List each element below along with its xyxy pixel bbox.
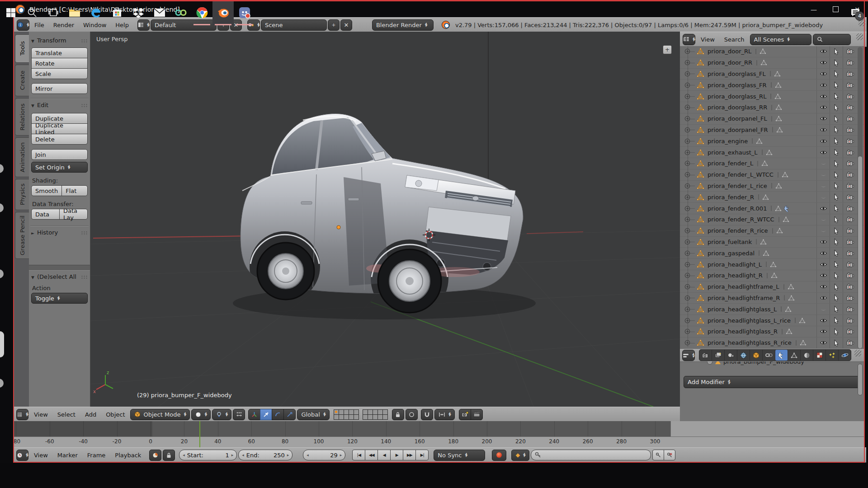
expand-plus-icon[interactable] (684, 262, 691, 267)
current-frame-marker[interactable] (199, 421, 200, 447)
viewport-3d[interactable]: z x User Persp (29) priora_bumper_F_wide… (90, 32, 680, 407)
outliner-row[interactable]: priora_headlight_L (680, 259, 864, 270)
visibility-eye-icon[interactable] (816, 147, 830, 158)
object-name[interactable]: priora_fender_R (708, 194, 754, 201)
outliner-row[interactable]: priora_fueltank (680, 237, 864, 248)
object-name[interactable]: priora_door_RR (708, 59, 752, 66)
viewport-canvas[interactable]: z x (90, 32, 680, 407)
pivot-point-selector[interactable] (212, 409, 231, 420)
manipulator-translate-toggle[interactable] (260, 409, 272, 420)
renderability-camera-icon[interactable] (843, 169, 857, 180)
selectability-pointer-icon[interactable] (830, 147, 843, 158)
tab-tools[interactable]: Tools (15, 34, 29, 63)
visibility-eye-icon[interactable] (816, 304, 830, 314)
renderability-camera-icon[interactable] (843, 125, 857, 136)
selectability-pointer-icon[interactable] (830, 304, 843, 314)
add-scene-button[interactable]: ＋ (328, 19, 340, 31)
auto-keyframe-toggle[interactable] (492, 450, 506, 461)
taskbar-chrome-icon[interactable] (191, 0, 212, 25)
renderability-camera-icon[interactable] (843, 225, 857, 236)
selectability-pointer-icon[interactable] (830, 91, 843, 102)
notification-center-button[interactable]: 4 (846, 4, 864, 22)
expand-plus-icon[interactable] (684, 116, 691, 122)
taskbar-loop-icon[interactable] (170, 0, 191, 25)
outliner-row[interactable]: priora_engine (680, 136, 864, 147)
selectability-pointer-icon[interactable] (830, 214, 843, 225)
tab-create[interactable]: Create (15, 65, 29, 96)
visibility-eye-icon[interactable] (816, 270, 830, 281)
snap-element-selector[interactable] (434, 409, 455, 420)
expand-plus-icon[interactable] (684, 340, 691, 346)
selectability-pointer-icon[interactable] (830, 225, 843, 236)
object-name[interactable]: priora_headlight_L (708, 261, 762, 268)
renderability-camera-icon[interactable] (843, 46, 857, 57)
renderability-camera-icon[interactable] (843, 136, 857, 146)
outliner-row[interactable]: priora_fender_R_rice (680, 225, 864, 237)
object-name[interactable]: priora_headlightframe_R (708, 295, 780, 301)
panel-header-deselect-all[interactable]: (De)select All (31, 273, 88, 280)
renderability-camera-icon[interactable] (843, 113, 857, 124)
renderability-camera-icon[interactable] (843, 147, 857, 158)
mirror-button[interactable]: Mirror (31, 83, 88, 94)
properties-tab-modifiers[interactable] (775, 350, 788, 361)
properties-tab-render[interactable] (699, 350, 712, 361)
object-name[interactable]: priora_gaspedal (708, 250, 755, 257)
object-name[interactable]: priora_headlightframe_L (708, 283, 779, 290)
visibility-eye-icon[interactable] (816, 169, 830, 180)
tab-relations[interactable]: Relations (15, 98, 29, 136)
outliner-row[interactable]: priora_fender_L (680, 158, 864, 169)
pivot-align-toggle[interactable] (233, 409, 245, 420)
action-toggle-dropdown[interactable]: Toggle (31, 293, 88, 304)
selectability-pointer-icon[interactable] (830, 181, 843, 192)
selectability-pointer-icon[interactable] (830, 102, 843, 113)
taskbar-start-icon[interactable] (0, 0, 21, 25)
object-name[interactable]: priora_headlight_R (708, 272, 763, 279)
lock-time-toggle[interactable] (163, 450, 175, 461)
properties-tab-texture[interactable] (813, 350, 826, 361)
expand-plus-icon[interactable] (684, 272, 691, 278)
render-engine-selector[interactable]: Blender Render (372, 19, 434, 31)
expand-plus-icon[interactable] (684, 228, 691, 234)
visibility-eye-icon[interactable] (816, 113, 830, 124)
expand-plus-icon[interactable] (684, 172, 691, 178)
menu-playback[interactable]: Playback (111, 452, 145, 459)
outliner-row[interactable]: priora_door_RL (680, 46, 864, 57)
outliner-search-input[interactable] (813, 34, 851, 45)
selectability-pointer-icon[interactable] (830, 113, 843, 124)
selectability-pointer-icon[interactable] (830, 248, 843, 258)
expand-plus-icon[interactable] (684, 328, 691, 334)
visibility-eye-icon[interactable] (816, 214, 830, 225)
editor-type-properties-button[interactable] (682, 350, 695, 361)
renderability-camera-icon[interactable] (843, 293, 857, 304)
object-name[interactable]: priora_doorglass_FL (708, 70, 766, 77)
outliner-row[interactable]: priora_headlightglass_L_rice (680, 315, 864, 326)
object-name[interactable]: priora_doorglass_RL (708, 93, 766, 100)
visibility-eye-icon[interactable] (816, 46, 830, 57)
visibility-eye-icon[interactable] (816, 315, 830, 326)
rotate-button[interactable]: Rotate (31, 58, 88, 69)
insert-keyframe-button[interactable] (652, 450, 664, 460)
object-name[interactable]: priora_headlightglass_R_rice (708, 339, 792, 346)
renderability-camera-icon[interactable] (843, 203, 857, 214)
tab-physics[interactable]: Physics (15, 179, 29, 210)
outliner-row[interactable]: priora_headlightframe_L (680, 282, 864, 293)
renderability-camera-icon[interactable] (843, 192, 857, 202)
outliner-row[interactable]: priora_fender_L_WTCC (680, 169, 864, 181)
visibility-eye-icon[interactable] (816, 136, 830, 146)
selectability-pointer-icon[interactable] (830, 270, 843, 281)
previous-keyframe-button[interactable]: ◀◀ (365, 450, 378, 460)
selectability-pointer-icon[interactable] (830, 69, 843, 80)
panel-grip-icon[interactable] (81, 39, 88, 42)
renderability-camera-icon[interactable] (843, 259, 857, 270)
selectability-pointer-icon[interactable] (830, 338, 843, 348)
set-origin-dropdown[interactable]: Set Origin (31, 162, 88, 173)
expand-plus-icon[interactable] (684, 239, 691, 245)
properties-tab-render-layers[interactable] (712, 350, 725, 361)
object-name[interactable]: priora_fender_R_rice (708, 227, 768, 234)
expand-plus-icon[interactable] (684, 82, 691, 88)
visibility-eye-icon[interactable] (816, 57, 830, 68)
visibility-eye-icon[interactable] (816, 102, 830, 113)
renderability-camera-icon[interactable] (843, 237, 857, 248)
breadcrumb-object-name[interactable]: priora_bumper_F_widebody (723, 361, 804, 365)
object-name[interactable]: priora_fender_R_WTCC (708, 216, 774, 223)
